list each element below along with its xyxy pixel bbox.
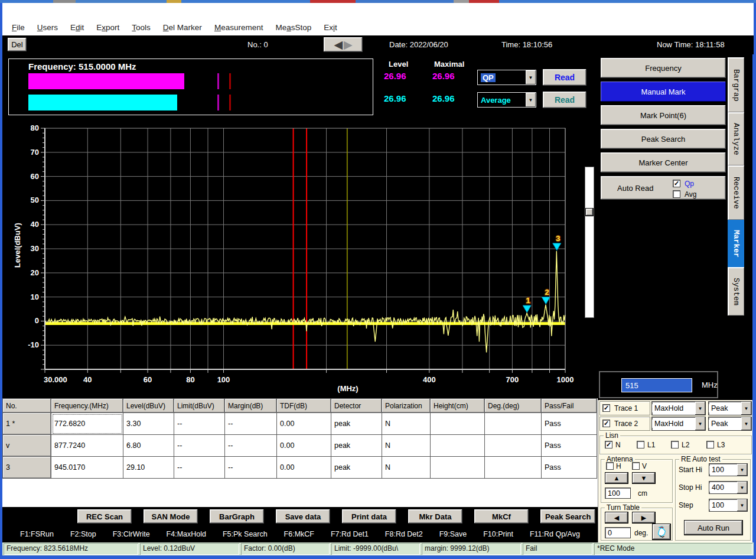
menu-item-tools[interactable]: Tools bbox=[132, 23, 151, 32]
turn-left-button[interactable]: ◀ bbox=[605, 512, 628, 524]
fn-key-f1[interactable]: F1:FSRun bbox=[20, 530, 54, 538]
dropdown-arrow-icon[interactable]: ▼ bbox=[695, 402, 705, 415]
sidebar-button-peak-search[interactable]: Peak Search bbox=[600, 128, 726, 150]
dropdown-arrow-icon[interactable]: ▼ bbox=[695, 417, 705, 430]
fn-key-f3[interactable]: F3:ClrWrite bbox=[113, 530, 150, 538]
trace2-toggle[interactable]: ✓ Trace 2 bbox=[599, 417, 650, 431]
lisn-n-checkbox[interactable]: ✓ bbox=[605, 441, 612, 448]
trace2-detector-dropdown[interactable]: Peak▼ bbox=[708, 417, 752, 431]
table-header[interactable]: Frequency.(MHz) bbox=[51, 399, 123, 413]
table-cell[interactable]: N bbox=[382, 457, 431, 479]
bottom-button-print-data[interactable]: Print data bbox=[341, 509, 397, 524]
table-cell[interactable] bbox=[431, 457, 485, 479]
table-cell[interactable]: 29.10 bbox=[123, 457, 174, 479]
table-cell[interactable]: -- bbox=[225, 435, 277, 457]
lisn-l3-checkbox[interactable] bbox=[706, 441, 714, 448]
table-cell[interactable]: v bbox=[3, 435, 51, 457]
fn-key-f8[interactable]: F8:Rd Det2 bbox=[385, 530, 423, 538]
table-cell[interactable]: 1 * bbox=[3, 413, 51, 435]
read-qp-button[interactable]: Read bbox=[542, 69, 587, 86]
dropdown-arrow-icon[interactable]: ▼ bbox=[526, 70, 536, 84]
table-cell[interactable] bbox=[485, 435, 542, 457]
table-cell[interactable]: -- bbox=[174, 457, 225, 479]
fn-key-f4[interactable]: F4:MaxHold bbox=[167, 530, 206, 538]
table-cell[interactable] bbox=[431, 413, 485, 435]
table-cell[interactable]: 772.6820 bbox=[51, 413, 123, 435]
table-cell[interactable]: Pass bbox=[542, 413, 597, 435]
table-header[interactable]: TDF(dB) bbox=[277, 399, 331, 413]
table-cell[interactable]: peak bbox=[331, 457, 382, 479]
table-header[interactable]: Deg.(deg) bbox=[485, 399, 542, 413]
marker-frequency-input[interactable]: 515 bbox=[621, 378, 692, 392]
table-header[interactable]: Height(cm) bbox=[431, 399, 485, 413]
tab-marker[interactable]: Marker bbox=[728, 220, 744, 267]
bottom-button-peak-search[interactable]: Peak Search bbox=[540, 509, 596, 524]
fn-key-f5[interactable]: F5:Pk Search bbox=[223, 530, 268, 538]
dropdown-arrow-icon[interactable]: ▼ bbox=[526, 93, 536, 107]
menu-item-file[interactable]: File bbox=[12, 23, 25, 32]
trace2-checkbox[interactable]: ✓ bbox=[602, 420, 610, 427]
antenna-v-checkbox[interactable] bbox=[632, 462, 640, 470]
detector-2-dropdown[interactable]: Average ▼ bbox=[477, 92, 536, 108]
table-cell[interactable]: 945.0170 bbox=[51, 457, 123, 479]
table-header[interactable]: No. bbox=[3, 399, 51, 413]
table-cell[interactable]: Pass bbox=[542, 435, 597, 457]
fn-key-f6[interactable]: F6:MkCF bbox=[284, 530, 314, 538]
lisn-l1-checkbox[interactable] bbox=[637, 441, 644, 448]
bottom-button-bargraph[interactable]: BarGraph bbox=[209, 509, 265, 524]
table-cell[interactable] bbox=[485, 413, 542, 435]
detector-1-dropdown[interactable]: QP ▼ bbox=[477, 70, 536, 85]
trace1-detector-dropdown[interactable]: Peak▼ bbox=[708, 401, 752, 415]
lisn-l2-checkbox[interactable] bbox=[671, 441, 679, 448]
table-header[interactable]: Polarization bbox=[382, 399, 431, 413]
turntable-hand-button[interactable] bbox=[652, 524, 671, 540]
table-cell[interactable]: peak bbox=[331, 435, 382, 457]
bottom-button-mkr-data[interactable]: Mkr Data bbox=[408, 509, 463, 524]
chart-scrollbar-thumb[interactable] bbox=[585, 208, 594, 216]
bottom-button-mkcf[interactable]: MkCf bbox=[474, 509, 529, 524]
dropdown-arrow-icon[interactable]: ▼ bbox=[741, 402, 751, 415]
table-header[interactable]: Level(dBuV) bbox=[123, 399, 174, 413]
antenna-down-button[interactable]: ▼ bbox=[632, 472, 656, 484]
menu-item-del-marker[interactable]: Del Marker bbox=[163, 23, 202, 32]
dropdown-arrow-icon[interactable]: ▼ bbox=[737, 464, 747, 476]
table-cell[interactable]: 0.00 bbox=[277, 435, 331, 457]
antenna-h-checkbox[interactable] bbox=[606, 462, 614, 470]
qp-checkbox[interactable]: ✓ bbox=[673, 180, 680, 187]
table-cell[interactable] bbox=[431, 435, 485, 457]
turn-angle-field[interactable]: 0 bbox=[605, 527, 631, 538]
trace2-mode-dropdown[interactable]: MaxHold▼ bbox=[651, 417, 706, 431]
table-header[interactable]: Detector bbox=[331, 399, 382, 413]
table-header[interactable]: Limit(dBuV) bbox=[174, 399, 225, 413]
table-cell[interactable]: 877.7240 bbox=[51, 435, 123, 457]
tab-receive[interactable]: Receive bbox=[728, 165, 744, 220]
antenna-up-button[interactable]: ▲ bbox=[605, 472, 628, 484]
tab-analyze[interactable]: Analyze bbox=[728, 112, 744, 165]
bottom-button-save-data[interactable]: Save data bbox=[275, 509, 331, 524]
table-cell[interactable]: 3.30 bbox=[123, 413, 174, 435]
antenna-height-field[interactable]: 100 bbox=[605, 488, 631, 499]
sidebar-button-frequency[interactable]: Frequency bbox=[600, 57, 726, 79]
avg-checkbox[interactable] bbox=[673, 190, 680, 198]
menu-item-measurement[interactable]: Measurement bbox=[214, 23, 263, 32]
fn-key-f2[interactable]: F2:Stop bbox=[70, 530, 96, 538]
table-cell[interactable]: -- bbox=[174, 413, 225, 435]
step-dropdown[interactable]: 100▼ bbox=[709, 499, 748, 512]
read-avg-button[interactable]: Read bbox=[542, 91, 587, 109]
trace1-toggle[interactable]: ✓ Trace 1 bbox=[599, 401, 650, 415]
stop-height-dropdown[interactable]: 400▼ bbox=[709, 481, 748, 494]
trace1-mode-dropdown[interactable]: MaxHold▼ bbox=[651, 401, 706, 415]
table-cell[interactable] bbox=[485, 457, 542, 479]
tab-bargrap[interactable]: Bargrap bbox=[728, 57, 744, 112]
fn-key-f11[interactable]: F11:Rd Qp/Avg bbox=[530, 530, 580, 538]
table-header[interactable]: Margin(dB) bbox=[225, 399, 277, 413]
sidebar-button-mark-point-6-[interactable]: Mark Point(6) bbox=[600, 105, 726, 126]
next-arrow-icon[interactable]: ▶ bbox=[344, 38, 353, 51]
table-header[interactable]: Pass/Fail bbox=[542, 399, 597, 413]
menu-item-edit[interactable]: Edit bbox=[70, 23, 84, 32]
bottom-button-san-mode[interactable]: SAN Mode bbox=[143, 509, 198, 524]
table-cell[interactable]: -- bbox=[225, 457, 277, 479]
turn-right-button[interactable]: ▶ bbox=[632, 512, 656, 524]
menu-item-exit[interactable]: Exit bbox=[324, 23, 337, 32]
sidebar-button-marker-center[interactable]: Marker Center bbox=[600, 152, 726, 173]
